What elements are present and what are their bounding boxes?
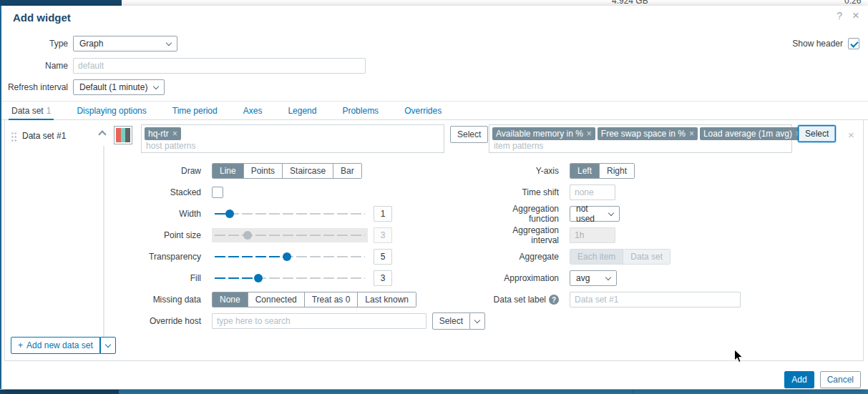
data-set-header: Data set #1 hq-rtr× host patterns Select… — [5, 126, 863, 156]
add-new-data-set-dropdown[interactable] — [100, 337, 116, 354]
transparency-value-input[interactable] — [374, 249, 392, 265]
tab-legend[interactable]: Legend — [288, 101, 316, 120]
tab-axes[interactable]: Axes — [243, 101, 263, 120]
width-value-input[interactable] — [374, 206, 392, 222]
approximation-label: Approximation — [485, 273, 564, 283]
y-axis-option-right[interactable]: Right — [599, 164, 634, 178]
point-size-label: Point size — [5, 230, 206, 240]
fill-value-input[interactable] — [374, 270, 392, 286]
host-patterns-multiselect[interactable]: hq-rtr× host patterns — [141, 124, 444, 153]
tab-overrides[interactable]: Overrides — [404, 101, 442, 120]
drag-handle-icon[interactable] — [11, 132, 17, 142]
data-set-panel: Data set #1 hq-rtr× host patterns Select… — [4, 120, 864, 361]
name-input[interactable] — [73, 58, 366, 74]
aggregation-interval-input — [570, 227, 615, 243]
background-value-text: 4.924 GB — [612, 0, 648, 6]
missing-data-option-none[interactable]: None — [213, 292, 248, 307]
draw-option-staircase[interactable]: Staircase — [282, 164, 333, 178]
point-size-value-input — [374, 227, 392, 243]
aggregate-option-data-set: Data set — [623, 250, 670, 264]
chevron-down-icon — [474, 317, 480, 322]
time-shift-input[interactable] — [570, 184, 615, 200]
data-set-label-input[interactable] — [570, 292, 741, 307]
remove-tag-icon[interactable]: × — [689, 129, 694, 139]
type-select-value: Graph — [79, 39, 103, 49]
help-icon[interactable]: ? — [837, 10, 842, 21]
collapse-button[interactable] — [99, 129, 105, 139]
approximation-value: avg — [576, 273, 590, 283]
aggregation-interval-label: Aggregation interval — [485, 225, 564, 245]
chevron-up-icon — [98, 130, 106, 138]
swatch-color-1 — [116, 128, 121, 142]
color-palette-swatch[interactable] — [114, 126, 132, 144]
background-bottom-dark-segment — [0, 390, 119, 394]
item-patterns-multiselect[interactable]: Available memory in %× Free swap space i… — [489, 124, 792, 153]
y-axis-label: Y-axis — [485, 166, 564, 176]
draw-option-points[interactable]: Points — [243, 164, 282, 178]
override-host-input[interactable] — [212, 313, 426, 329]
swatch-color-3 — [125, 128, 130, 142]
refresh-interval-label: Refresh interval — [1, 82, 73, 92]
item-tag: Load average (1m avg)× — [700, 127, 804, 140]
draw-option-bar[interactable]: Bar — [333, 164, 361, 178]
missing-data-segmented: None Connected Treat as 0 Last known — [212, 292, 416, 307]
override-host-label: Override host — [5, 316, 206, 326]
fill-slider[interactable] — [212, 271, 368, 285]
dialog-title: Add widget — [13, 11, 71, 24]
close-icon[interactable]: × — [852, 9, 859, 23]
stacked-label: Stacked — [5, 187, 206, 197]
type-select[interactable]: Graph — [73, 36, 177, 51]
slider-thumb[interactable] — [283, 252, 291, 261]
aggregation-function-value: not used — [576, 204, 609, 224]
item-tag: Free swap space in %× — [598, 127, 698, 140]
chevron-down-icon — [153, 83, 159, 89]
tab-problems[interactable]: Problems — [342, 101, 379, 120]
host-select-button[interactable]: Select — [450, 126, 488, 143]
y-axis-option-left[interactable]: Left — [570, 164, 599, 178]
missing-data-label: Missing data — [5, 295, 206, 305]
draw-option-line[interactable]: Line — [213, 164, 243, 178]
background-clock-text: 0:26 — [844, 0, 861, 6]
stacked-checkbox[interactable] — [212, 187, 223, 198]
tab-time-period[interactable]: Time period — [172, 101, 218, 120]
approximation-select[interactable]: avg — [570, 270, 617, 286]
tab-data-set[interactable]: Data set 1 — [11, 101, 51, 120]
missing-data-option-treat-as-0[interactable]: Treat as 0 — [304, 292, 358, 307]
show-header-checkbox[interactable] — [848, 38, 859, 49]
swatch-color-2 — [121, 128, 126, 142]
y-axis-segmented: Left Right — [570, 163, 635, 179]
fill-label: Fill — [5, 273, 206, 283]
background-bottom-divider — [633, 390, 633, 394]
slider-thumb[interactable] — [225, 210, 234, 218]
aggregate-label: Aggregate — [485, 252, 564, 262]
name-label: Name — [1, 61, 73, 71]
override-host-select-button[interactable]: Select — [432, 312, 470, 330]
cancel-button[interactable]: Cancel — [820, 371, 861, 388]
dialog-footer: Add Cancel — [784, 371, 861, 388]
chevron-down-icon — [166, 39, 172, 45]
tab-displaying-options[interactable]: Displaying options — [77, 101, 146, 120]
override-host-select-dropdown[interactable] — [470, 312, 485, 330]
type-label: Type — [1, 39, 73, 49]
host-patterns-placeholder: host patterns — [146, 141, 195, 151]
missing-data-option-connected[interactable]: Connected — [248, 292, 304, 307]
refresh-interval-select[interactable]: Default (1 minute) — [73, 79, 165, 95]
remove-tag-icon[interactable]: × — [587, 129, 592, 139]
slider-thumb[interactable] — [254, 274, 263, 282]
item-select-button[interactable]: Select — [798, 125, 836, 142]
remove-data-set-icon[interactable]: × — [848, 129, 854, 141]
width-slider[interactable] — [212, 207, 368, 221]
data-set-title: Data set #1 — [22, 131, 66, 141]
add-new-data-set-button[interactable]: + Add new data set — [11, 337, 100, 354]
background-bottom-strip — [0, 389, 868, 394]
missing-data-option-last-known[interactable]: Last known — [357, 292, 416, 307]
plus-icon: + — [18, 340, 23, 350]
slider-thumb — [243, 231, 252, 240]
transparency-slider[interactable] — [212, 250, 368, 264]
remove-tag-icon[interactable]: × — [172, 129, 177, 139]
aggregation-function-select[interactable]: not used — [570, 206, 620, 222]
chevron-down-icon — [105, 341, 111, 347]
add-button[interactable]: Add — [784, 371, 814, 388]
dialog-tabs: Data set 1 Displaying options Time perio… — [1, 101, 868, 120]
help-circle-icon[interactable]: ? — [549, 295, 559, 305]
